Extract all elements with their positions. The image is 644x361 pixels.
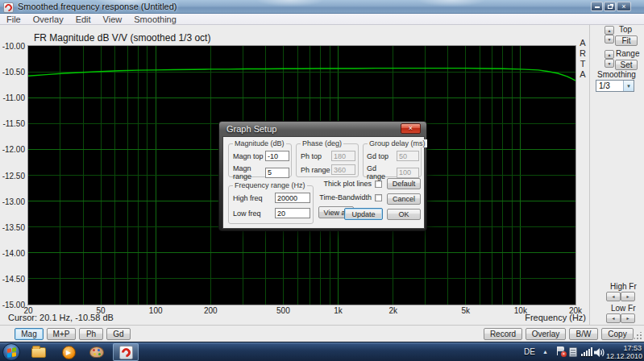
thick-plot-lines-label: Thick plot lines: [314, 180, 372, 188]
arta-application-window: Smoothed frequency response (Untitled) ×…: [0, 0, 644, 361]
default-button[interactable]: Default: [387, 178, 421, 189]
fit-button[interactable]: Fit: [615, 35, 638, 46]
cursor-readout: Cursor: 20.1 Hz, -10.58 dB: [8, 313, 114, 322]
phase-group-label: Phase (deg): [301, 139, 343, 147]
set-button[interactable]: Set: [615, 60, 638, 70]
arta-logo-icon: [119, 346, 132, 359]
taskbar-arta-button[interactable]: [113, 343, 139, 361]
time-bandwidth-checkbox[interactable]: [375, 194, 382, 201]
play-icon: ▶: [66, 349, 71, 356]
x-tick-label: 5k: [454, 306, 478, 315]
hidden-icons-button[interactable]: ▲: [542, 349, 548, 355]
dialog-body: Magnitude (dB) Magn top Magn range Phase…: [222, 136, 425, 229]
spin-up-icon: ▲: [608, 52, 612, 57]
spin-left-icon: ◄: [612, 316, 616, 321]
bw-button[interactable]: B/W: [569, 328, 598, 340]
taskbar-media-player-button[interactable]: ▶: [56, 343, 81, 361]
ph-range-input: [331, 164, 355, 175]
bottom-toolbar: Mag M+P Ph Gd Record Overlay B/W Copy: [0, 325, 644, 342]
smoothing-value: 1/3: [596, 81, 623, 90]
low-fr-left-button[interactable]: ◄: [606, 313, 621, 323]
y-tick-label: -14.00: [0, 250, 25, 258]
mag-view-button[interactable]: Mag: [15, 328, 44, 340]
smoothing-label: Smoothing: [597, 70, 636, 79]
group-delay-group-label: Group delay (ms): [368, 139, 427, 147]
tray-app-icon[interactable]: [569, 347, 577, 357]
y-tick-label: -10.50: [0, 68, 25, 77]
top-spin-down-button[interactable]: ▼: [605, 35, 614, 44]
record-button[interactable]: Record: [484, 328, 522, 340]
start-button[interactable]: [2, 343, 20, 361]
thick-plot-lines-checkbox[interactable]: [375, 180, 382, 188]
low-fr-spinner: ◄ ►: [606, 313, 635, 323]
magn-top-label: Magn top: [233, 152, 265, 160]
x-tick-label: 1k: [326, 306, 351, 315]
frequency-range-group: Frequency range (Hz) High freq Low freq: [228, 185, 314, 224]
frequency-range-group-label: Frequency range (Hz): [233, 181, 307, 189]
dialog-close-button[interactable]: ×: [401, 123, 421, 134]
minimize-icon: [595, 6, 600, 8]
menu-file[interactable]: File: [6, 15, 21, 24]
magn-range-input[interactable]: [265, 168, 289, 178]
gd-top-input: [397, 151, 419, 161]
restore-icon: [608, 5, 613, 9]
high-fr-left-button[interactable]: ◄: [606, 292, 621, 301]
range-spinner: ▲ ▼: [605, 50, 614, 68]
volume-icon[interactable]: [594, 348, 605, 357]
top-spinner: ▲ ▼: [605, 26, 614, 44]
high-freq-input[interactable]: [275, 193, 310, 203]
copy-button[interactable]: Copy: [601, 328, 634, 340]
restore-button[interactable]: [604, 2, 616, 11]
spin-left-icon: ◄: [612, 294, 616, 299]
group-delay-view-button[interactable]: Gd: [106, 328, 131, 340]
magn-top-input[interactable]: [265, 151, 289, 161]
menu-smoothing[interactable]: Smoothing: [134, 15, 177, 24]
menu-overlay[interactable]: Overlay: [33, 15, 64, 24]
range-label: Range: [616, 49, 639, 58]
top-label: Top: [619, 25, 632, 34]
thick-plot-lines-row: Thick plot lines: [314, 180, 382, 188]
low-fr-right-button[interactable]: ►: [621, 313, 635, 323]
action-center-icon[interactable]: ×: [556, 346, 566, 357]
group-delay-group: Group delay (ms) Gd top Gd range: [363, 143, 422, 177]
minimize-button[interactable]: [591, 2, 603, 11]
high-fr-right-button[interactable]: ►: [621, 292, 635, 301]
magnitude-group: Magnitude (dB) Magn top Magn range: [228, 143, 292, 177]
top-spin-up-button[interactable]: ▲: [605, 26, 614, 35]
spin-down-icon: ▼: [608, 37, 612, 42]
cancel-button[interactable]: Cancel: [387, 193, 421, 205]
y-tick-label: -14.50: [0, 276, 25, 284]
taskbar-explorer-button[interactable]: [27, 343, 51, 361]
spin-right-icon: ►: [626, 294, 630, 299]
ok-button[interactable]: OK: [387, 209, 421, 220]
range-spin-down-button[interactable]: ▼: [605, 59, 614, 68]
menu-edit[interactable]: Edit: [76, 15, 91, 24]
language-indicator[interactable]: DE: [524, 347, 535, 356]
menu-bar: File Overlay Edit View Smoothing: [0, 14, 644, 25]
title-bar: Smoothed frequency response (Untitled) ×: [0, 0, 644, 14]
time-bandwidth-row: Time-Bandwidth: [314, 193, 382, 201]
magnitude-group-label: Magnitude (dB): [233, 139, 286, 147]
y-tick-label: -10.00: [0, 43, 25, 51]
range-spin-up-button[interactable]: ▲: [605, 50, 614, 59]
menu-view[interactable]: View: [103, 15, 123, 24]
high-fr-spinner: ◄ ►: [606, 292, 635, 301]
network-signal-icon[interactable]: [581, 347, 592, 356]
low-freq-label: Low freq: [233, 210, 275, 218]
low-freq-input[interactable]: [275, 208, 310, 218]
spin-right-icon: ►: [626, 316, 630, 321]
chevron-down-icon: ▼: [623, 81, 634, 91]
high-freq-label: High freq: [233, 194, 275, 202]
y-tick-label: -13.00: [0, 198, 25, 206]
smoothing-dropdown[interactable]: 1/3 ▼: [596, 80, 634, 92]
ph-range-label: Ph range: [301, 166, 331, 174]
overlay-button[interactable]: Overlay: [526, 328, 566, 340]
app-icon: [3, 2, 14, 13]
update-button[interactable]: Update: [344, 208, 383, 220]
phase-view-button[interactable]: Ph: [79, 328, 103, 340]
taskbar-paint-button[interactable]: [85, 343, 109, 361]
mag-phase-view-button[interactable]: M+P: [47, 328, 76, 340]
resize-grip[interactable]: [634, 332, 642, 340]
close-button[interactable]: ×: [617, 2, 631, 11]
clock[interactable]: 17:53 12.12.2010: [606, 344, 642, 360]
